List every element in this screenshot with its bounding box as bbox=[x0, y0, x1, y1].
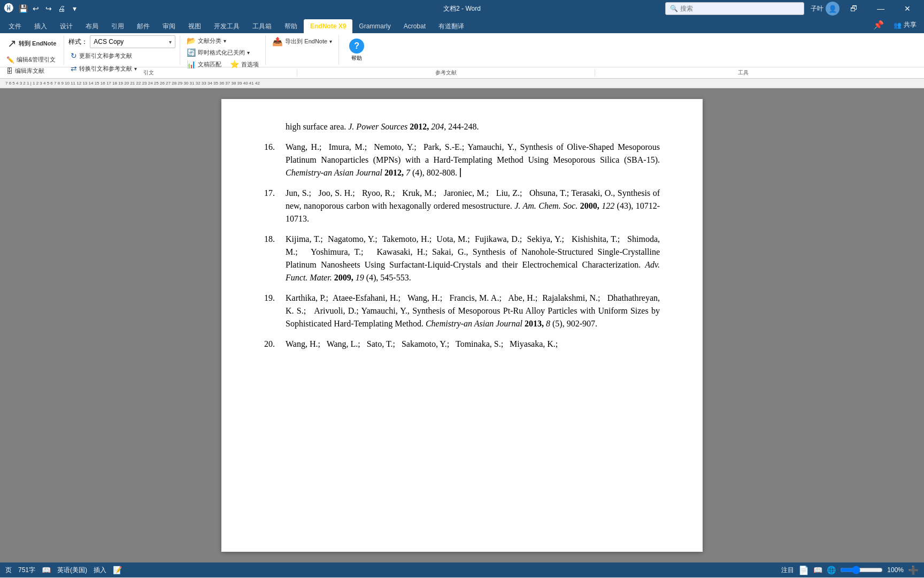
ruler-content: 7 6 5 4 3 2 1 | 1 2 3 4 5 6 7 8 9 10 11 … bbox=[0, 81, 924, 86]
tab-view[interactable]: 视图 bbox=[182, 19, 207, 33]
tab-design[interactable]: 设计 bbox=[53, 19, 79, 33]
tab-tools[interactable]: 工具箱 bbox=[246, 19, 278, 33]
tab-developer[interactable]: 开发工具 bbox=[207, 19, 246, 33]
endnote-actions: ✏️ 编辑&管理引文 🗄 编辑库文献 bbox=[4, 55, 58, 76]
ribbon-tabs: 文件 插入 设计 布局 引用 邮件 审阅 视图 开发工具 工具箱 帮助 EndN… bbox=[0, 17, 924, 33]
share-icon: 👥 bbox=[894, 21, 902, 29]
minimize-button[interactable]: — bbox=[868, 0, 893, 17]
title-text: 文档2 - Word bbox=[443, 5, 481, 12]
export-icon: 📤 bbox=[272, 36, 283, 47]
document-title: 文档2 - Word bbox=[310, 4, 615, 13]
title-bar: 🅦 💾 ↩ ↪ 🖨 ▾ 文档2 - Word 🔍 子叶 👤 🗗 — ✕ bbox=[0, 0, 924, 17]
tab-endnote[interactable]: EndNote X9 bbox=[304, 19, 352, 33]
customize-button[interactable]: ▾ bbox=[68, 3, 80, 14]
manuscript-match-button[interactable]: 📊 文稿匹配 bbox=[184, 59, 224, 70]
track-icon: 📝 bbox=[113, 566, 122, 574]
read-mode-icon[interactable]: 📖 bbox=[813, 566, 822, 574]
page-indicator: 页 bbox=[5, 566, 12, 575]
convert-citations-button[interactable]: ⇄ 转换引文和参考文献 ▾ bbox=[68, 63, 139, 74]
update-icon: ↻ bbox=[71, 51, 77, 60]
goto-endnote-button[interactable]: ↗ 转到 EndNote bbox=[4, 35, 59, 51]
title-bar-left: 🅦 💾 ↩ ↪ 🖨 ▾ bbox=[4, 3, 310, 14]
close-button[interactable]: ✕ bbox=[895, 0, 920, 17]
language-indicator[interactable]: 英语(美国) bbox=[57, 566, 87, 575]
status-bar-right: 注目 📄 📖 🌐 100% ➕ bbox=[781, 565, 919, 575]
tab-help[interactable]: 帮助 bbox=[278, 19, 304, 33]
zoom-in-icon[interactable]: ➕ bbox=[908, 565, 919, 575]
group-label-tools: 工具 bbox=[595, 69, 892, 77]
ribbon-row1: ↗ 转到 EndNote ✏️ 编辑&管理引文 🗄 编辑库文献 样式： bbox=[0, 33, 924, 67]
dropdown-arrow-icon: ▾ bbox=[169, 39, 172, 45]
convert-icon: ⇄ bbox=[71, 64, 77, 73]
style-row: 样式： ACS Copy ▾ bbox=[68, 35, 175, 48]
share-button[interactable]: 👥 共享 bbox=[888, 19, 922, 31]
edit-manage-citations-button[interactable]: ✏️ 编辑&管理引文 bbox=[4, 55, 58, 65]
user-avatar[interactable]: 👤 bbox=[826, 2, 840, 16]
help-button[interactable]: ? 帮助 bbox=[343, 35, 370, 65]
document-area: high surface area. J. Power Sources 2012… bbox=[0, 88, 924, 562]
tab-acrobat[interactable]: Acrobat bbox=[397, 19, 432, 33]
categorize-refs-button[interactable]: 📂 文献分类 ▾ bbox=[184, 35, 228, 46]
tab-file[interactable]: 文件 bbox=[2, 19, 28, 33]
reference-19: 19. Karthika, P.; Ataee-Esfahani, H.; Wa… bbox=[264, 292, 660, 330]
ribbon-group-style: 样式： ACS Copy ▾ ↻ 更新引文和参考文献 ⇄ 转换引文和参考文献 ▾ bbox=[64, 35, 180, 65]
document-page: high surface area. J. Power Sources 2012… bbox=[221, 99, 703, 552]
tab-grammarly[interactable]: Grammarly bbox=[352, 19, 397, 33]
tab-review[interactable]: 审阅 bbox=[156, 19, 182, 33]
reference-18: 18. Kijima, T.; Nagatomo, Y.; Takemoto, … bbox=[264, 233, 660, 284]
match-prefer-row: 📊 文稿匹配 ⭐ 首选项 bbox=[184, 59, 261, 70]
tab-layout[interactable]: 布局 bbox=[79, 19, 105, 33]
style-dropdown[interactable]: ACS Copy ▾ bbox=[90, 35, 175, 48]
restore-window-button[interactable]: 🗗 bbox=[842, 0, 866, 17]
export-endnote-button[interactable]: 📤 导出到 EndNote ▾ bbox=[270, 35, 334, 48]
instant-format-dropdown-icon: ▾ bbox=[247, 50, 250, 56]
instant-format-icon: 🔄 bbox=[187, 48, 196, 57]
focus-mode[interactable]: 注目 bbox=[781, 566, 794, 575]
categorize-icon: 📂 bbox=[187, 36, 196, 45]
zoom-percent: 100% bbox=[887, 566, 904, 574]
quick-access-toolbar: 💾 ↩ ↪ 🖨 ▾ bbox=[17, 3, 80, 14]
user-name: 子叶 bbox=[811, 4, 823, 13]
reference-17: 17. Jun, S.; Joo, S. H.; Ryoo, R.; Kruk,… bbox=[264, 187, 660, 225]
save-button[interactable]: 💾 bbox=[17, 3, 29, 14]
tab-youdao[interactable]: 有道翻译 bbox=[432, 19, 471, 33]
library-icon: 🗄 bbox=[6, 67, 13, 75]
web-layout-icon[interactable]: 🌐 bbox=[827, 566, 836, 574]
layout-icon[interactable]: 📄 bbox=[798, 565, 809, 575]
ribbon-content: ↗ 转到 EndNote ✏️ 编辑&管理引文 🗄 编辑库文献 样式： bbox=[0, 33, 924, 79]
redo-button[interactable]: ↪ bbox=[43, 3, 55, 14]
status-bar: 页 751字 📖 英语(美国) 插入 📝 注目 📄 📖 🌐 100% ➕ bbox=[0, 562, 924, 577]
goto-endnote-section: ↗ 转到 EndNote bbox=[4, 35, 59, 51]
continuation-text: high surface area. J. Power Sources 2012… bbox=[286, 120, 660, 133]
search-input[interactable] bbox=[680, 5, 776, 12]
title-bar-right: 🔍 子叶 👤 🗗 — ✕ bbox=[614, 0, 920, 17]
reference-20: 20. Wang, H.; Wang, L.; Sato, T.; Sakamo… bbox=[264, 338, 660, 351]
match-icon: 📊 bbox=[187, 60, 196, 69]
word-count[interactable]: 751字 bbox=[18, 566, 35, 575]
categorize-dropdown-icon: ▾ bbox=[224, 38, 226, 44]
export-dropdown-icon: ▾ bbox=[329, 39, 332, 44]
tab-references[interactable]: 引用 bbox=[105, 19, 130, 33]
help-label: 帮助 bbox=[351, 55, 362, 62]
instant-format-button[interactable]: 🔄 即时格式化已关闭 ▾ bbox=[184, 47, 252, 58]
print-preview-button[interactable]: 🖨 bbox=[56, 3, 67, 14]
tab-insert[interactable]: 插入 bbox=[28, 19, 53, 33]
edit-library-button[interactable]: 🗄 编辑库文献 bbox=[4, 66, 58, 76]
update-citations-button[interactable]: ↻ 更新引文和参考文献 bbox=[68, 50, 134, 61]
search-bar[interactable]: 🔍 bbox=[665, 2, 804, 15]
help-circle-icon: ? bbox=[349, 39, 364, 54]
prefs-icon: ⭐ bbox=[230, 60, 239, 69]
convert-dropdown-icon: ▾ bbox=[134, 66, 137, 72]
insert-mode[interactable]: 插入 bbox=[94, 566, 106, 575]
goto-icon: ↗ bbox=[7, 37, 17, 50]
undo-button[interactable]: ↩ bbox=[30, 3, 42, 14]
preferences-button[interactable]: ⭐ 首选项 bbox=[228, 59, 261, 70]
document-scroll[interactable]: high surface area. J. Power Sources 2012… bbox=[0, 88, 924, 562]
style-label: 样式： bbox=[68, 37, 88, 47]
zoom-slider[interactable] bbox=[840, 566, 883, 574]
tab-mailings[interactable]: 邮件 bbox=[130, 19, 156, 33]
word-logo-icon: 🅦 bbox=[4, 3, 14, 14]
ribbon-group-refs: 📂 文献分类 ▾ 🔄 即时格式化已关闭 ▾ 📊 文稿匹配 ⭐ 首选项 bbox=[180, 35, 266, 65]
search-icon: 🔍 bbox=[670, 5, 678, 12]
group-label-refs: 参考文献 bbox=[297, 69, 595, 77]
